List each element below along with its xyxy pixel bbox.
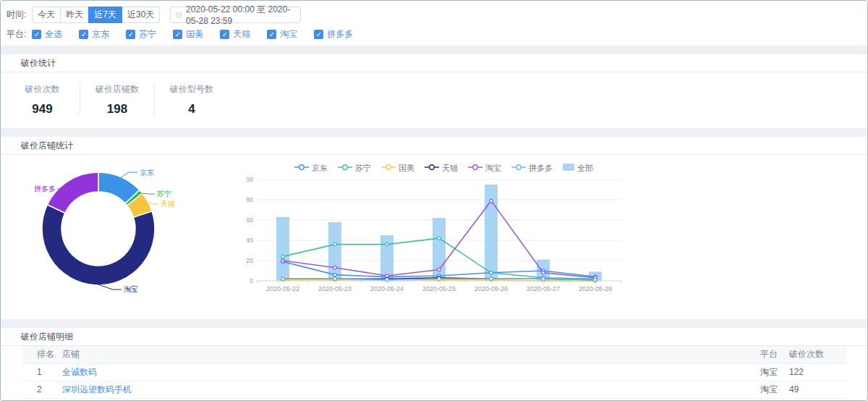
count-cell: 32 — [789, 398, 847, 401]
stat-break-count: 破价次数 949 — [5, 83, 80, 115]
svg-text:2020-05-26: 2020-05-26 — [475, 285, 508, 292]
svg-text:2020-05-27: 2020-05-27 — [527, 285, 560, 292]
legend-item-gome[interactable]: 国美 — [381, 163, 414, 174]
svg-text:60: 60 — [247, 216, 253, 224]
shop-link[interactable]: 全诚数码 — [62, 367, 97, 377]
stat-label: 破价型号数 — [155, 83, 229, 96]
column-header-platform: 平台 — [760, 346, 789, 363]
checkbox-checked-icon: ✓ — [32, 30, 41, 39]
charts-body: 京东苏宁天猫淘宝拼多多 京东 苏宁 国美 天猫 淘宝 拼多多 全部 020406… — [1, 155, 867, 319]
checkbox-checked-icon: ✓ — [173, 30, 182, 39]
svg-text:2020-05-24: 2020-05-24 — [370, 285, 404, 292]
donut-svg: 京东苏宁天猫淘宝拼多多 — [15, 156, 247, 317]
line-marker-icon — [381, 164, 396, 172]
time-filter-label: 时间: — [7, 9, 26, 21]
detail-section-title: 破价店铺明细 — [1, 328, 867, 346]
platform-checkbox-all[interactable]: ✓全选 — [32, 28, 62, 41]
legend-label: 全部 — [577, 163, 593, 174]
clock-icon — [176, 11, 182, 20]
legend-label: 京东 — [312, 163, 328, 174]
rank-cell: 1 — [22, 363, 62, 381]
date-range-value: 2020-05-22 00:00 至 2020-05-28 23:59 — [186, 4, 295, 26]
platform-checkbox-gome[interactable]: ✓国美 — [173, 28, 203, 41]
rank-cell: 2 — [22, 381, 62, 398]
stat-label: 破价次数 — [5, 83, 80, 96]
table-row: 2 深圳远望数码手机 淘宝 49 — [22, 381, 847, 398]
platform-checkbox-taobao[interactable]: ✓淘宝 — [267, 28, 297, 41]
legend-label: 天猫 — [442, 163, 458, 174]
platform-filter-label: 平台: — [7, 28, 26, 41]
time-filter-row: 时间: 今天 昨天 近7天 近30天 2020-05-22 00:00 至 20… — [7, 6, 861, 24]
shop-link[interactable]: 深圳远望数码手机 — [62, 384, 132, 394]
platform-cell: 淘宝 — [760, 363, 789, 381]
filter-panel: 时间: 今天 昨天 近7天 近30天 2020-05-22 00:00 至 20… — [1, 1, 867, 46]
svg-text:天猫: 天猫 — [161, 200, 175, 208]
shop-detail-table: 排名 店铺 平台 破价次数 1 全诚数码 淘宝 122 2 深圳远望数码手机 淘… — [22, 346, 847, 401]
legend-item-tmall[interactable]: 天猫 — [425, 163, 458, 174]
column-header-rank: 排名 — [22, 346, 62, 363]
platform-checkbox-pdd[interactable]: ✓拼多多 — [314, 28, 353, 41]
checkbox-checked-icon: ✓ — [314, 30, 323, 39]
table-row: 1 全诚数码 淘宝 122 — [22, 363, 847, 381]
trend-chart: 京东 苏宁 国美 天猫 淘宝 拼多多 全部 0204060801002020-0… — [247, 159, 641, 317]
shop-cell: 全诚数码 — [62, 363, 760, 381]
stats-section-title: 破价统计 — [1, 54, 867, 72]
legend-label: 国美 — [399, 163, 414, 174]
platform-checkbox-label: 淘宝 — [280, 28, 297, 41]
line-marker-icon — [294, 164, 309, 172]
shops-section-title: 破价店铺统计 — [1, 137, 867, 155]
table-row: 3 老男孩手机通讯 淘宝 32 — [22, 398, 847, 401]
count-cell: 122 — [789, 363, 847, 381]
time-button-yesterday[interactable]: 昨天 — [60, 7, 89, 23]
platform-checkbox-label: 苏宁 — [139, 28, 156, 41]
svg-text:40: 40 — [247, 237, 253, 244]
line-marker-icon — [468, 164, 482, 172]
legend-item-taobao[interactable]: 淘宝 — [468, 163, 501, 174]
stat-value: 949 — [5, 102, 80, 117]
legend-label: 苏宁 — [355, 163, 371, 174]
date-range-input[interactable]: 2020-05-22 00:00 至 2020-05-28 23:59 — [170, 7, 301, 23]
stat-value: 4 — [155, 102, 229, 117]
svg-text:淘宝: 淘宝 — [124, 285, 138, 293]
platform-checkbox-jd[interactable]: ✓京东 — [79, 28, 109, 41]
svg-text:2020-05-28: 2020-05-28 — [579, 285, 612, 292]
time-button-last30days[interactable]: 近30天 — [122, 7, 160, 23]
table-header-row: 排名 店铺 平台 破价次数 — [22, 346, 847, 363]
svg-text:拼多多: 拼多多 — [34, 185, 56, 193]
legend-item-suning[interactable]: 苏宁 — [338, 163, 371, 174]
line-marker-icon — [338, 164, 352, 172]
line-marker-icon — [425, 164, 439, 172]
line-chart-svg: 0204060801002020-05-222020-05-232020-05-… — [247, 174, 641, 311]
svg-text:2020-05-25: 2020-05-25 — [422, 285, 456, 292]
stat-value: 198 — [80, 102, 154, 117]
checkbox-checked-icon: ✓ — [220, 30, 229, 39]
column-header-count: 破价次数 — [789, 346, 847, 363]
platform-checkbox-label: 天猫 — [233, 28, 250, 41]
platform-checkbox-label: 京东 — [92, 28, 109, 41]
section-separator — [1, 128, 867, 137]
svg-text:苏宁: 苏宁 — [156, 190, 171, 198]
time-button-last7days[interactable]: 近7天 — [88, 7, 122, 23]
platform-donut-chart: 京东苏宁天猫淘宝拼多多 — [15, 156, 247, 317]
platform-checkbox-label: 拼多多 — [327, 28, 353, 41]
section-separator — [1, 46, 867, 54]
platform-checkbox-suning[interactable]: ✓苏宁 — [126, 28, 156, 41]
stats-row: 破价次数 949 破价店铺数 198 破价型号数 4 — [1, 72, 867, 128]
rank-cell: 3 — [22, 398, 62, 401]
checkbox-checked-icon: ✓ — [267, 30, 276, 39]
time-button-today[interactable]: 今天 — [32, 7, 61, 23]
column-header-shop: 店铺 — [62, 346, 760, 363]
legend-item-jd[interactable]: 京东 — [294, 163, 328, 174]
platform-checkbox-tmall[interactable]: ✓天猫 — [220, 28, 250, 41]
legend-item-all[interactable]: 全部 — [563, 163, 593, 174]
stat-shop-count: 破价店铺数 198 — [80, 83, 154, 115]
bar-marker-icon — [563, 164, 574, 172]
platform-cell: 淘宝 — [760, 398, 789, 401]
legend-item-pdd[interactable]: 拼多多 — [511, 163, 553, 174]
platform-cell: 淘宝 — [760, 381, 789, 398]
time-button-group: 今天 昨天 近7天 近30天 — [32, 7, 160, 23]
svg-text:2020-05-23: 2020-05-23 — [318, 285, 352, 292]
shop-cell: 老男孩手机通讯 — [62, 398, 760, 401]
section-separator — [1, 319, 867, 328]
svg-text:100: 100 — [247, 176, 253, 183]
